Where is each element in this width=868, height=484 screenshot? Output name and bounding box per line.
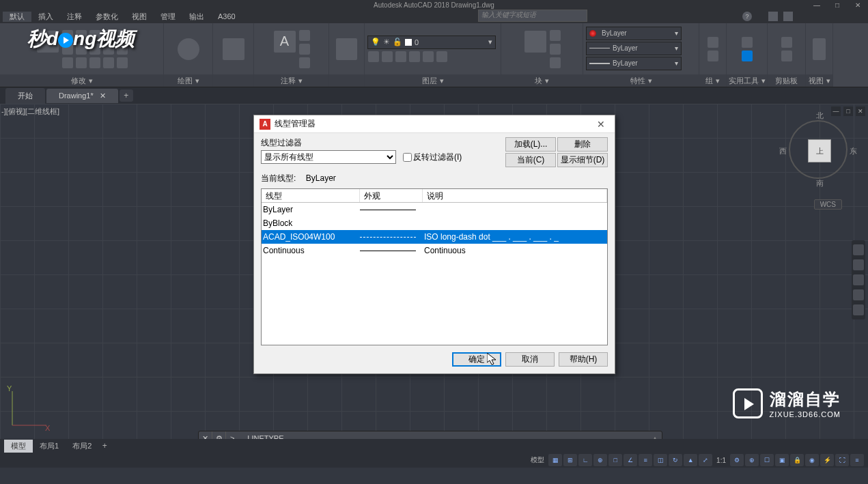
tool-icon[interactable] [37, 31, 59, 53]
pan-icon[interactable] [853, 259, 864, 270]
tool-icon[interactable] [62, 44, 73, 55]
polar-toggle-icon[interactable]: ⊕ [593, 454, 607, 466]
zoom-icon[interactable] [853, 274, 864, 285]
lineweight-combo[interactable]: ByLayer▾ [586, 57, 682, 70]
linetype-list[interactable]: 线型 外观 说明 ByLayerByBlockACAD_ISO04W100ISO… [261, 188, 608, 345]
fullnav-icon[interactable] [853, 244, 864, 255]
tool-icon[interactable] [103, 30, 114, 41]
layer-tool-icon[interactable] [368, 51, 379, 62]
ortho-toggle-icon[interactable]: ∟ [578, 454, 592, 466]
block-tool-icon[interactable] [550, 44, 561, 55]
insert-block-icon[interactable] [524, 31, 546, 53]
clipboard-icon[interactable] [781, 51, 792, 61]
tool-icon[interactable] [89, 30, 100, 41]
ribbontab-view[interactable]: 视图 [125, 12, 154, 22]
anno-scale-icon[interactable]: ⤢ [699, 454, 712, 466]
view-icon[interactable] [813, 38, 826, 60]
layer-tool-icon[interactable] [423, 51, 434, 62]
viewcube-east[interactable]: 东 [850, 146, 857, 156]
col-name[interactable]: 线型 [262, 189, 360, 202]
ok-button[interactable]: 确定 [452, 352, 501, 367]
tool-icon[interactable] [117, 44, 128, 55]
invert-filter-checkbox[interactable]: 反转过滤器(I) [403, 152, 462, 163]
transparency-toggle-icon[interactable]: ◫ [654, 454, 667, 466]
lock-ui-icon[interactable]: 🔒 [790, 454, 804, 466]
linetype-row[interactable]: ContinuousContinuous [262, 244, 607, 257]
vp-minimize-icon[interactable]: — [831, 106, 841, 116]
util-icon[interactable] [742, 51, 753, 61]
quickprops-icon[interactable]: ▣ [775, 454, 789, 466]
ribbontab-manage[interactable]: 管理 [154, 12, 182, 22]
ribbontab-parametric[interactable]: 参数化 [89, 12, 125, 22]
tool-icon[interactable] [89, 57, 100, 68]
help-button[interactable]: 帮助(H) [559, 352, 608, 367]
snap-toggle-icon[interactable]: ⊞ [563, 454, 577, 466]
viewcube-top[interactable]: 上 [808, 139, 831, 162]
ribbontab-insert[interactable]: 插入 [31, 12, 60, 22]
linetype-row[interactable]: ByBlock [262, 216, 607, 230]
isolate-icon[interactable]: ◉ [805, 454, 819, 466]
filter-select[interactable]: 显示所有线型 [261, 150, 396, 164]
viewcube-west[interactable]: 西 [779, 146, 787, 156]
layer-tool-icon[interactable] [436, 51, 447, 62]
dim-tool-icon[interactable] [299, 30, 310, 41]
block-tool-icon[interactable] [550, 57, 561, 68]
layout1-tab[interactable]: 布局1 [33, 440, 66, 453]
col-appearance[interactable]: 外观 [360, 189, 423, 202]
tool-icon[interactable] [336, 38, 357, 60]
wcs-label[interactable]: WCS [814, 199, 842, 210]
ribbontab-a360[interactable]: A360 [211, 12, 242, 20]
util-icon[interactable] [742, 37, 753, 48]
tool-icon[interactable] [62, 57, 73, 68]
layer-tool-icon[interactable] [382, 51, 393, 62]
tool-icon[interactable] [62, 30, 73, 41]
signin-icon[interactable] [768, 12, 778, 21]
anno-toggle-icon[interactable]: ▲ [684, 454, 697, 466]
drawing-tab[interactable]: Drawing1* ✕ [46, 89, 118, 103]
invert-checkbox-input[interactable] [403, 153, 412, 162]
lweight-toggle-icon[interactable]: ≡ [639, 454, 652, 466]
block-tool-icon[interactable] [550, 30, 561, 41]
viewcube-north[interactable]: 北 [816, 111, 824, 121]
dim-tool-icon[interactable] [299, 44, 310, 55]
start-tab[interactable]: 开始 [5, 88, 45, 104]
tool-icon[interactable] [89, 44, 100, 55]
customize-status-icon[interactable]: ≡ [850, 454, 864, 466]
show-details-button[interactable]: 显示细节(D) [557, 153, 608, 167]
text-tool-icon[interactable]: A [274, 31, 296, 53]
col-description[interactable]: 说明 [423, 189, 607, 202]
window-maximize-button[interactable]: □ [827, 0, 848, 10]
layer-combo[interactable]: 💡☀🔓 0 ▾ [367, 35, 496, 49]
viewcube-south[interactable]: 南 [816, 178, 824, 188]
anno-monitor-icon[interactable]: ⊕ [745, 454, 759, 466]
load-button[interactable]: 加载(L)... [505, 137, 556, 152]
tool-icon[interactable] [76, 57, 87, 68]
color-combo[interactable]: ByLayer▾ [586, 27, 682, 40]
cancel-button[interactable]: 取消 [505, 352, 555, 367]
ribbontab-output[interactable]: 输出 [182, 12, 211, 22]
group-icon[interactable] [708, 51, 718, 61]
exchange-icon[interactable] [783, 12, 793, 21]
window-close-button[interactable]: ✕ [848, 0, 868, 10]
hardware-accel-icon[interactable]: ⚡ [820, 454, 834, 466]
ribbontab-default[interactable]: 默认 [3, 12, 31, 22]
window-minimize-button[interactable]: — [807, 0, 827, 10]
orbit-icon[interactable] [853, 289, 864, 300]
add-layout-button[interactable]: + [98, 440, 111, 451]
units-icon[interactable]: ☐ [760, 454, 774, 466]
group-icon[interactable] [708, 37, 718, 48]
tool-icon[interactable] [76, 30, 87, 41]
vp-maximize-icon[interactable]: □ [843, 106, 853, 116]
layer-tool-icon[interactable] [409, 51, 420, 62]
new-tab-button[interactable]: + [120, 89, 133, 102]
tool-icon[interactable] [103, 44, 114, 55]
circle-tool-icon[interactable] [178, 38, 199, 60]
dialog-close-button[interactable]: ✕ [593, 119, 609, 130]
anno-scale-value[interactable]: 1:1 [714, 457, 729, 464]
table-tool-icon[interactable] [299, 57, 310, 68]
vp-close-icon[interactable]: ✕ [856, 106, 865, 116]
tool-icon[interactable] [76, 44, 87, 55]
dialog-titlebar[interactable]: A 线型管理器 ✕ [254, 115, 615, 133]
viewcube[interactable]: 上 北 南 东 西 [789, 120, 848, 179]
ribbontab-annotate[interactable]: 注释 [60, 12, 89, 22]
